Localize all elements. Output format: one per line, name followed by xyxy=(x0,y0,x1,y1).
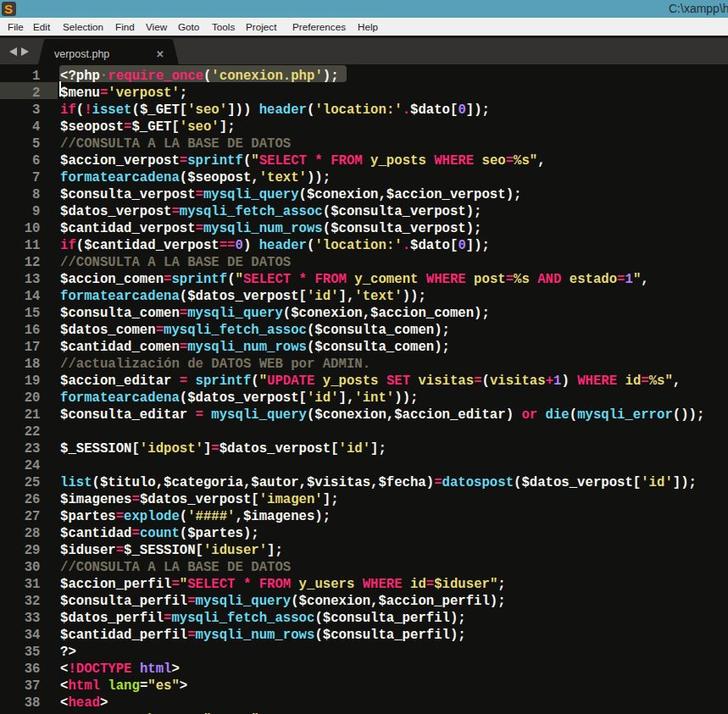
svg-text:S: S xyxy=(4,2,13,16)
